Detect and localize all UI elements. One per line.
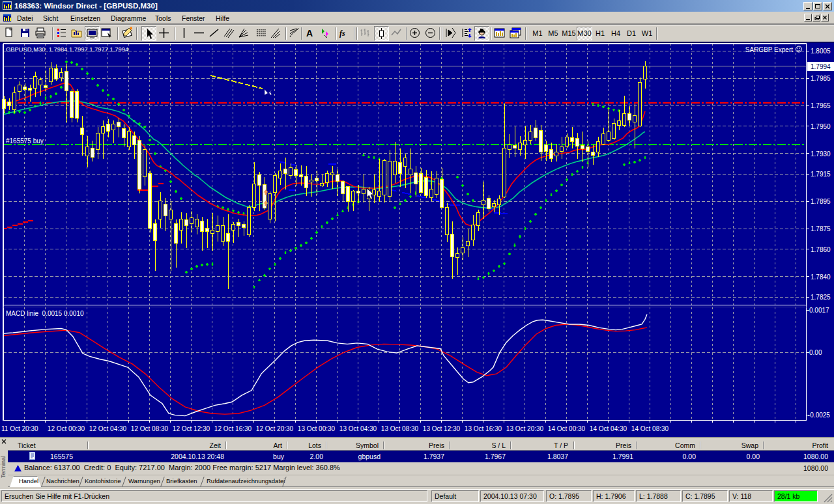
svg-text:13 Oct 16:30: 13 Oct 16:30 [465,425,502,432]
svg-text:13 Oct 00:30: 13 Oct 00:30 [298,425,336,432]
svg-text:SARGBP Expert: SARGBP Expert [745,46,793,53]
svg-text:GBPUSD,M30 1.7984 1.7997 1.79: GBPUSD,M30 1.7984 1.7997 1.7977 1.7994 [6,46,128,53]
svg-text:13 Oct 08:30: 13 Oct 08:30 [381,425,419,432]
svg-text:1.7994: 1.7994 [811,63,831,70]
svg-text:14 Oct 00:30: 14 Oct 00:30 [548,425,586,432]
svg-text:12 Oct 12:30: 12 Oct 12:30 [173,425,210,432]
svg-text:1.7840: 1.7840 [811,273,831,281]
svg-text:0.0017: 0.0017 [809,307,829,314]
svg-text:13 Oct 20:30: 13 Oct 20:30 [506,425,544,432]
svg-text:1.7895: 1.7895 [811,198,831,205]
svg-text:14 Oct 04:30: 14 Oct 04:30 [590,425,627,432]
svg-text:12 Oct 00:30: 12 Oct 00:30 [48,425,85,432]
svg-text:#165575 buy: #165575 buy [6,137,44,145]
svg-text:11 Oct 20:30: 11 Oct 20:30 [1,425,38,432]
svg-text:1.7985: 1.7985 [811,75,831,82]
svg-text:1.7915: 1.7915 [811,171,831,178]
svg-text:1.7950: 1.7950 [811,123,831,130]
svg-text:A: A [306,28,313,38]
svg-text:13 Oct 04:30: 13 Oct 04:30 [339,425,377,432]
svg-text:14 Oct 08:30: 14 Oct 08:30 [631,425,669,432]
svg-text:0.00: 0.00 [809,349,822,356]
svg-text:1.8005: 1.8005 [811,48,831,55]
svg-text:12 Oct 08:30: 12 Oct 08:30 [131,425,169,432]
svg-text:12 Oct 04:30: 12 Oct 04:30 [89,425,127,432]
svg-text:1.7965: 1.7965 [811,102,831,109]
svg-text:12 Oct 16:30: 12 Oct 16:30 [214,425,252,432]
svg-text:fs: fs [339,29,345,38]
svg-text:1.7875: 1.7875 [811,225,831,232]
svg-text:1.7930: 1.7930 [811,150,831,158]
svg-text:1.7825: 1.7825 [811,294,831,301]
svg-text:-0.0025: -0.0025 [808,412,830,419]
svg-text:13 Oct 12:30: 13 Oct 12:30 [423,425,461,432]
svg-text:12 Oct 20:30: 12 Oct 20:30 [256,425,294,432]
svg-text:MACD linie 0.0015 0.0010: MACD linie 0.0015 0.0010 [6,310,84,317]
svg-text:1.7860: 1.7860 [811,246,831,253]
